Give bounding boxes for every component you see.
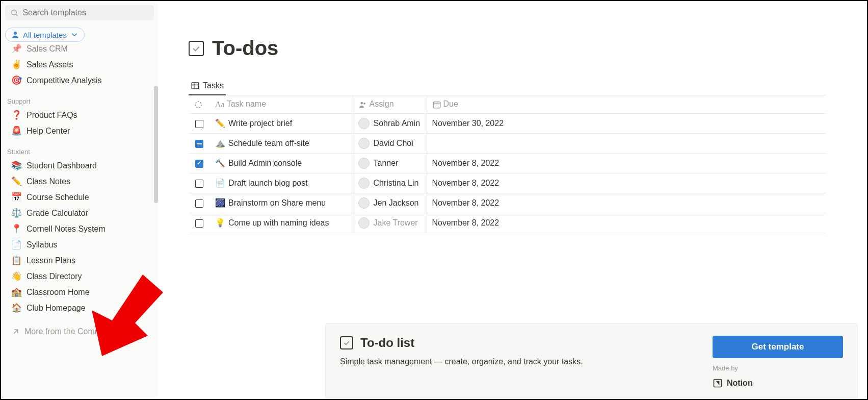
- task-emoji-icon: ✏️: [215, 119, 225, 128]
- assign-cell[interactable]: Jen Jackson: [353, 193, 427, 213]
- task-name-cell[interactable]: 🔨Build Admin console: [210, 153, 353, 173]
- more-from-community[interactable]: More from the Community: [1, 320, 158, 343]
- assign-cell[interactable]: David Choi: [353, 133, 427, 153]
- assignee-name: Sohrab Amin: [374, 119, 420, 128]
- sidebar-item[interactable]: 📄Syllabus: [1, 237, 158, 253]
- sidebar-item-label: Cornell Notes System: [27, 224, 106, 234]
- filter-all-templates[interactable]: All templates: [5, 28, 85, 42]
- search-box[interactable]: [5, 5, 154, 20]
- sidebar-item[interactable]: 🏠Club Homepage: [1, 300, 158, 316]
- page-title-row: To-dos: [189, 37, 826, 60]
- assignee-name: David Choi: [374, 139, 413, 148]
- task-name-cell[interactable]: ✏️Write project brief: [210, 113, 353, 133]
- row-checkbox[interactable]: [195, 199, 203, 208]
- sidebar-item[interactable]: 📋Lesson Plans: [1, 253, 158, 268]
- assign-cell[interactable]: Christina Lin: [353, 173, 427, 193]
- sidebar-item[interactable]: 🏫Classroom Home: [1, 284, 158, 300]
- row-checkbox[interactable]: [195, 219, 203, 228]
- people-icon: [358, 100, 367, 109]
- task-name-cell[interactable]: ⛰️Schedule team off-site: [210, 133, 353, 153]
- assign-cell[interactable]: Tanner: [353, 153, 427, 173]
- person-icon: [11, 30, 20, 39]
- due-cell[interactable]: November 8, 2022: [427, 213, 826, 233]
- maker-name: Notion: [727, 379, 753, 388]
- col-due[interactable]: Due: [427, 95, 826, 113]
- wave-icon: 👋: [11, 271, 21, 282]
- sidebar-item-label: Class Directory: [27, 272, 82, 281]
- svg-point-2: [14, 32, 17, 35]
- task-emoji-icon: 🎆: [215, 198, 225, 207]
- sidebar-item[interactable]: 🚨 Help Center: [1, 123, 158, 139]
- pin-icon: 📍: [11, 223, 21, 234]
- col-assign[interactable]: Assign: [353, 95, 427, 113]
- sidebar-item[interactable]: ✏️Class Notes: [1, 173, 158, 189]
- page-title: To-dos: [212, 37, 278, 60]
- due-cell[interactable]: November 8, 2022: [427, 193, 826, 213]
- sidebar-item[interactable]: 📌 Sales CRM: [1, 44, 158, 57]
- sidebar-item[interactable]: 🎯 Competitive Analysis: [1, 72, 158, 88]
- due-cell[interactable]: November 30, 2022: [427, 113, 826, 133]
- svg-line-3: [14, 330, 18, 334]
- maker[interactable]: Notion: [713, 378, 753, 388]
- avatar: [358, 158, 370, 169]
- table-row[interactable]: 🎆Brainstorm on Share menuJen JacksonNove…: [189, 193, 826, 213]
- page-checkbox-icon: [189, 41, 204, 56]
- main-content: To-dos Tasks AaTask name Assign Due ✏️Wr…: [158, 1, 867, 399]
- sidebar-item[interactable]: 👋Class Directory: [1, 268, 158, 284]
- svg-point-9: [363, 103, 365, 105]
- sidebar-item[interactable]: 📅Course Schedule: [1, 189, 158, 205]
- table-row[interactable]: ✏️Write project briefSohrab AminNovember…: [189, 113, 826, 133]
- assign-cell[interactable]: Jake Trower: [353, 213, 427, 233]
- siren-icon: 🚨: [11, 126, 21, 136]
- due-cell[interactable]: [427, 133, 826, 153]
- row-checkbox[interactable]: [195, 140, 203, 148]
- table-row[interactable]: 🔨Build Admin consoleTannerNovember 8, 20…: [189, 153, 826, 173]
- row-checkbox[interactable]: [195, 120, 203, 128]
- sidebar-item-label: Grade Calculator: [27, 209, 88, 218]
- task-name-cell[interactable]: 🎆Brainstorm on Share menu: [210, 193, 353, 213]
- calendar-icon: 📅: [11, 192, 21, 203]
- svg-rect-4: [192, 83, 199, 89]
- template-footer-card: To-do list Simple task management — crea…: [325, 323, 858, 399]
- sidebar-item[interactable]: 📍Cornell Notes System: [1, 221, 158, 237]
- text-icon: Aa: [215, 100, 225, 109]
- avatar: [358, 118, 370, 129]
- sidebar-item[interactable]: ❓ Product FAQs: [1, 107, 158, 123]
- task-name-cell[interactable]: 📄Draft launch blog post: [210, 173, 353, 193]
- sidebar-item-label: Sales CRM: [27, 44, 68, 54]
- sidebar-item[interactable]: ⚖️Grade Calculator: [1, 205, 158, 221]
- task-emoji-icon: 🔨: [215, 159, 225, 167]
- table-row[interactable]: 💡Come up with naming ideasJake TrowerNov…: [189, 213, 826, 233]
- search-input[interactable]: [22, 8, 149, 17]
- sidebar-item-label: Classroom Home: [27, 288, 90, 297]
- task-emoji-icon: ⛰️: [215, 139, 225, 147]
- sidebar-scrollbar[interactable]: [154, 86, 158, 203]
- sidebar-item[interactable]: 📚Student Dashboard: [1, 158, 158, 173]
- loading-icon: [194, 100, 203, 109]
- question-icon: ❓: [11, 110, 21, 120]
- avatar: [358, 178, 370, 189]
- table-row[interactable]: 📄Draft launch blog postChristina LinNove…: [189, 173, 826, 193]
- row-checkbox[interactable]: [195, 160, 203, 168]
- row-checkbox[interactable]: [195, 180, 203, 188]
- clipboard-icon: 📋: [11, 255, 21, 266]
- col-name[interactable]: AaTask name: [210, 95, 353, 113]
- arrow-up-right-icon: [11, 327, 20, 336]
- sidebar-item-label: Syllabus: [27, 240, 57, 249]
- house-icon: 🏠: [11, 303, 21, 313]
- due-cell[interactable]: November 8, 2022: [427, 173, 826, 193]
- task-name-cell[interactable]: 💡Come up with naming ideas: [210, 213, 353, 233]
- sidebar-item-label: Class Notes: [27, 177, 70, 186]
- get-template-button[interactable]: Get template: [713, 336, 843, 358]
- due-cell[interactable]: November 8, 2022: [427, 153, 826, 173]
- sidebar-item-label: Course Schedule: [27, 193, 89, 202]
- sidebar-item[interactable]: ✌️ Sales Assets: [1, 57, 158, 72]
- assign-cell[interactable]: Sohrab Amin: [353, 113, 427, 133]
- tab-tasks[interactable]: Tasks: [189, 78, 226, 95]
- col-checkbox: [189, 95, 210, 113]
- svg-point-0: [12, 10, 17, 15]
- target-icon: 🎯: [11, 75, 21, 86]
- sidebar-item-label: Product FAQs: [27, 111, 77, 120]
- sidebar-item-label: Help Center: [27, 127, 70, 136]
- table-row[interactable]: ⛰️Schedule team off-siteDavid Choi: [189, 133, 826, 153]
